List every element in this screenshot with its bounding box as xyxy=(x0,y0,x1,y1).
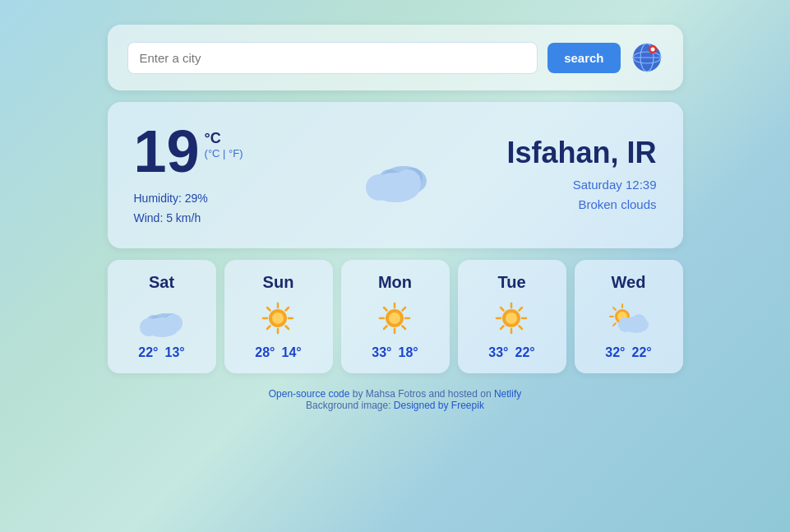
search-button[interactable]: search xyxy=(547,43,620,73)
forecast-day: Sat xyxy=(149,273,174,292)
weather-details: Humidity: 29% Wind: 5 km/h xyxy=(134,189,308,229)
forecast-temps: 33° 22° xyxy=(488,345,534,360)
forecast-card-wed: Wed 32° 22° xyxy=(575,260,683,373)
main-container: search 19 °C (°C | °F) Humidity: 29% Win… xyxy=(108,25,683,411)
forecast-temps: 32° 22° xyxy=(605,345,651,360)
footer-line2: Background image: Designed by Freepik xyxy=(108,400,683,411)
forecast-temps: 22° 13° xyxy=(138,345,184,360)
svg-line-45 xyxy=(520,326,523,329)
forecast-card-tue: Tue 33° 22° xyxy=(458,260,566,373)
svg-point-19 xyxy=(272,312,284,324)
forecast-card-sat: Sat 22° 13° xyxy=(108,260,216,373)
open-source-link[interactable]: Open-source code xyxy=(269,388,350,400)
humidity-text: Humidity: 29% xyxy=(134,189,308,209)
svg-point-11 xyxy=(395,169,421,196)
svg-line-37 xyxy=(384,326,387,329)
weather-right: Isfahan, IR Saturday 12:39 Broken clouds xyxy=(483,136,657,215)
svg-line-26 xyxy=(286,308,289,311)
forecast-day: Wed xyxy=(612,273,646,292)
weather-subtitle: Saturday 12:39 Broken clouds xyxy=(483,175,657,215)
forecast-day: Tue xyxy=(497,273,525,292)
forecast-day: Sun xyxy=(263,273,294,292)
weather-card: 19 °C (°C | °F) Humidity: 29% Wind: 5 km… xyxy=(108,102,683,248)
svg-line-25 xyxy=(286,326,289,329)
temp-unit-toggle[interactable]: (°C | °F) xyxy=(205,147,243,160)
svg-line-44 xyxy=(501,308,504,311)
svg-line-34 xyxy=(384,308,387,311)
forecast-card-sun: Sun 28° 14° xyxy=(224,260,333,373)
svg-point-57 xyxy=(631,314,646,329)
footer-text3: Background image: xyxy=(306,400,394,411)
condition-text: Broken clouds xyxy=(483,195,657,215)
svg-point-39 xyxy=(506,312,517,324)
svg-line-35 xyxy=(403,326,406,329)
temp-unit-deg: °C xyxy=(205,130,243,147)
svg-point-56 xyxy=(618,317,633,332)
globe-icon xyxy=(631,41,663,74)
weather-left: 19 °C (°C | °F) Humidity: 29% Wind: 5 km… xyxy=(134,122,308,229)
datetime-text: Saturday 12:39 xyxy=(483,175,657,195)
netlify-link[interactable]: Netlify xyxy=(494,388,521,400)
forecast-temps: 33° 18° xyxy=(372,345,418,360)
svg-line-27 xyxy=(267,326,270,329)
broken-clouds-icon xyxy=(358,146,432,204)
forecast-day: Mon xyxy=(378,273,412,292)
current-weather-icon xyxy=(308,146,483,204)
svg-line-52 xyxy=(613,308,616,310)
sun-icon xyxy=(256,300,301,337)
svg-point-5 xyxy=(650,48,654,52)
footer: Open-source code by Mahsa Fotros and hos… xyxy=(108,388,683,411)
city-name: Isfahan, IR xyxy=(483,136,657,170)
svg-point-29 xyxy=(389,312,400,324)
svg-line-53 xyxy=(613,323,616,326)
svg-point-10 xyxy=(366,174,392,201)
temperature: 19 xyxy=(134,122,200,181)
search-card: search xyxy=(108,25,683,90)
wind-text: Wind: 5 km/h xyxy=(134,209,308,229)
svg-line-36 xyxy=(403,308,406,311)
svg-line-46 xyxy=(520,308,523,311)
svg-point-16 xyxy=(140,318,158,336)
footer-line1: Open-source code by Mahsa Fotros and hos… xyxy=(108,388,683,400)
sat-icon xyxy=(139,300,184,337)
footer-text2: by Mahsa Fotros and hosted on xyxy=(353,388,494,400)
forecast-card-mon: Mon 33° 18° xyxy=(341,260,450,373)
wed-icon xyxy=(606,300,651,337)
svg-point-17 xyxy=(164,314,182,332)
freepik-link[interactable]: Designed by Freepik xyxy=(394,400,484,411)
svg-line-47 xyxy=(501,326,504,329)
temp-units: °C (°C | °F) xyxy=(205,130,243,160)
forecast-row: Sat 22° 13° Sun xyxy=(108,260,683,373)
svg-line-24 xyxy=(267,308,270,311)
forecast-temps: 28° 14° xyxy=(255,345,301,360)
tue-icon xyxy=(489,300,534,337)
mon-icon xyxy=(372,300,418,337)
search-input[interactable] xyxy=(127,42,538,74)
temp-row: 19 °C (°C | °F) xyxy=(134,122,308,181)
